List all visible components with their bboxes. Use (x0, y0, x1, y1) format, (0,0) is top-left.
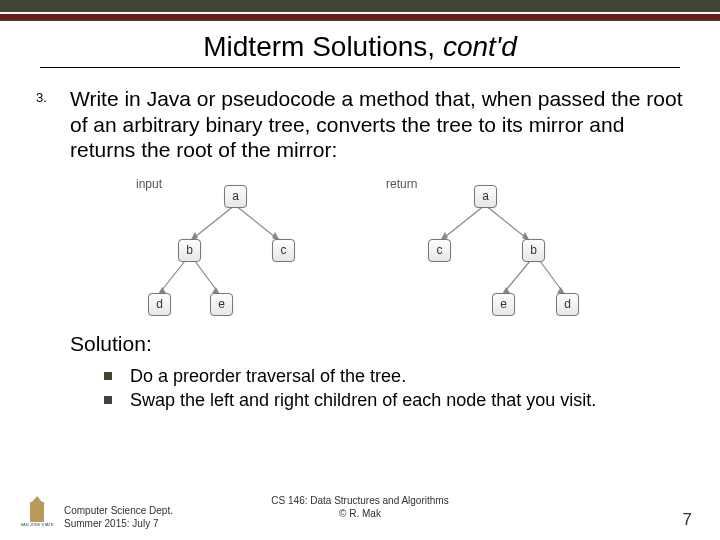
footer-course: CS 146: Data Structures and Algorithms (271, 495, 448, 508)
slide-title-main: Midterm Solutions, (203, 31, 443, 62)
footer-left-text: Computer Science Dept. Summer 2015: July… (64, 505, 173, 530)
slide-title-italic: cont'd (443, 31, 517, 62)
question-row: 3. Write in Java or pseudocode a method … (36, 86, 684, 163)
sjsu-logo: SAN JOSE STATE (20, 502, 54, 530)
question-text: Write in Java or pseudocode a method tha… (70, 86, 684, 163)
question-number: 3. (36, 86, 70, 105)
bullet-text: Do a preorder traversal of the tree. (130, 364, 406, 388)
decor-bar-dark (0, 0, 720, 12)
decor-bar-red (0, 12, 720, 21)
solution-bullets: Do a preorder traversal of the tree. Swa… (104, 364, 684, 413)
slide-title-wrap: Midterm Solutions, cont'd (0, 21, 720, 72)
tree-diagram: input a b c d e return (130, 177, 590, 322)
footer-dept: Computer Science Dept. (64, 505, 173, 518)
node-d: d (148, 293, 171, 316)
node-e: e (210, 293, 233, 316)
node-e2: e (492, 293, 515, 316)
slide: Midterm Solutions, cont'd 3. Write in Ja… (0, 0, 720, 540)
bullet-square-icon (104, 372, 112, 380)
node-b2: b (522, 239, 545, 262)
slide-footer: SAN JOSE STATE Computer Science Dept. Su… (0, 502, 720, 530)
title-underline (40, 67, 680, 68)
footer-center: CS 146: Data Structures and Algorithms ©… (271, 495, 448, 520)
footer-date: Summer 2015: July 7 (64, 518, 173, 531)
solution-heading: Solution: (70, 332, 684, 356)
slide-body: 3. Write in Java or pseudocode a method … (0, 72, 720, 412)
input-tree: input a b c d e (130, 177, 340, 322)
footer-copyright: © R. Mak (271, 508, 448, 521)
node-b: b (178, 239, 201, 262)
page-number: 7 (683, 510, 692, 530)
bullet-text: Swap the left and right children of each… (130, 388, 596, 412)
node-d2: d (556, 293, 579, 316)
node-c: c (272, 239, 295, 262)
return-tree: return a c b e d (380, 177, 590, 322)
bullet-square-icon (104, 396, 112, 404)
list-item: Swap the left and right children of each… (104, 388, 684, 412)
slide-title: Midterm Solutions, cont'd (203, 31, 516, 63)
node-a: a (224, 185, 247, 208)
node-a2: a (474, 185, 497, 208)
footer-left: SAN JOSE STATE Computer Science Dept. Su… (20, 502, 173, 530)
list-item: Do a preorder traversal of the tree. (104, 364, 684, 388)
node-c2: c (428, 239, 451, 262)
